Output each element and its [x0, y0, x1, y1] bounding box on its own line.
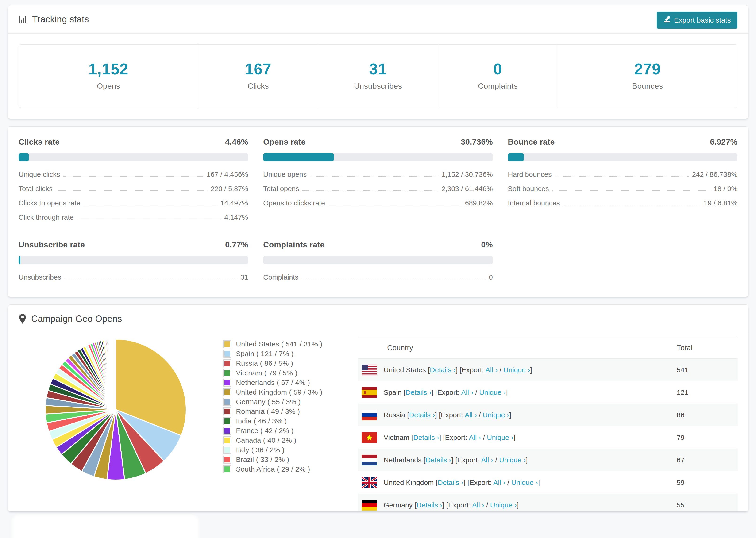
legend-label: Vietnam ( 79 / 5% )	[236, 369, 297, 377]
geo-pie-chart	[43, 337, 193, 483]
export-all-link[interactable]: All ›	[461, 389, 473, 396]
details-link[interactable]: Details ›	[409, 411, 435, 419]
export-unique-link[interactable]: Unique ›	[499, 456, 526, 464]
legend-item: France ( 42 / 2% )	[224, 426, 337, 435]
table-row-us: United States [Details ›] [Export: All ›…	[358, 359, 738, 381]
progress-bar-fill	[263, 153, 334, 161]
stat-opens: 1,152Opens	[19, 45, 198, 108]
legend-swatch	[224, 466, 231, 473]
country-name: Russia	[384, 411, 407, 419]
rate-row-label: Total opens	[263, 185, 299, 193]
rate-row-label: Soft bounces	[508, 185, 549, 193]
country-cell-content: United Kingdom [Details ›] [Export: All …	[358, 477, 676, 488]
total-cell: 55	[676, 494, 738, 512]
rate-head: Clicks rate4.46%	[19, 137, 248, 146]
legend-item: United Kingdom ( 59 / 3% )	[224, 387, 337, 397]
export-unique-link[interactable]: Unique ›	[503, 366, 530, 374]
legend-label: France ( 42 / 2% )	[236, 427, 294, 435]
export-all-link[interactable]: All ›	[481, 456, 493, 464]
rate-row: Hard bounces242 / 86.738%	[508, 170, 737, 178]
rate-row-value: 167 / 4.456%	[207, 170, 248, 178]
rate-rows: Unique opens1,152 / 30.736%Total opens2,…	[263, 170, 493, 207]
rates-grid: Clicks rate4.46%Unique clicks167 / 4.456…	[19, 137, 737, 281]
rate-row-label: Clicks to opens rate	[19, 199, 80, 207]
rate-head: Unsubscribe rate0.77%	[19, 240, 248, 249]
export-icon	[663, 16, 671, 25]
rate-row-label: Total clicks	[19, 185, 53, 193]
legend-swatch	[224, 447, 231, 454]
table-row-ru: Russia [Details ›] [Export: All › / Uniq…	[358, 404, 738, 426]
rate-name: Complaints rate	[263, 240, 324, 249]
country-name: Spain	[384, 389, 404, 396]
bar-chart-icon	[19, 15, 27, 24]
rate-head: Opens rate30.736%	[263, 137, 493, 146]
pie-slice-other[interactable]	[115, 339, 116, 409]
legend-label: Russia ( 86 / 5% )	[236, 359, 293, 367]
stats-summary-box: 1,152Opens167Clicks31Unsubscribes0Compla…	[19, 44, 737, 108]
dotted-leader	[310, 176, 438, 177]
legend-label: United Kingdom ( 59 / 3% )	[236, 388, 322, 396]
details-link[interactable]: Details ›	[430, 366, 456, 374]
legend-label: Netherlands ( 67 / 4% )	[236, 379, 310, 387]
legend-label: Brazil ( 33 / 2% )	[236, 456, 289, 463]
export-unique-link[interactable]: Unique ›	[487, 434, 513, 441]
export-unique-link[interactable]: Unique ›	[483, 411, 509, 419]
dotted-leader	[302, 279, 486, 279]
export-unique-link[interactable]: Unique ›	[479, 389, 506, 396]
legend-label: Italy ( 36 / 2% )	[236, 446, 285, 454]
rate-value: 0.77%	[225, 240, 248, 249]
export-basic-stats-button[interactable]: Export basic stats	[657, 12, 737, 28]
rate-value: 0%	[481, 240, 493, 249]
rate-row-label: Unique clicks	[19, 170, 60, 178]
legend-label: Germany ( 55 / 3% )	[236, 398, 301, 406]
export-all-link[interactable]: All ›	[472, 501, 484, 509]
details-link[interactable]: Details ›	[416, 501, 442, 509]
details-link[interactable]: Details ›	[413, 434, 439, 441]
stat-label: Opens	[19, 82, 198, 91]
country-cell: United Kingdom [Details ›] [Export: All …	[358, 471, 676, 494]
map-pin-icon	[19, 314, 27, 324]
details-link[interactable]: Details ›	[438, 479, 463, 486]
rate-row-label: Unsubscribes	[19, 273, 61, 281]
rate-row-label: Complaints	[263, 273, 298, 281]
details-link[interactable]: Details ›	[425, 456, 451, 464]
total-cell: 79	[676, 426, 738, 449]
rate-name: Unsubscribe rate	[19, 240, 85, 249]
stat-label: Clicks	[198, 82, 318, 91]
progress-bar	[19, 256, 248, 264]
table-row-vn: Vietnam [Details ›] [Export: All › / Uni…	[358, 426, 738, 449]
rate-row: Internal bounces19 / 6.81%	[508, 199, 737, 207]
rate-row-value: 31	[241, 273, 248, 281]
country-links: Netherlands [Details ›] [Export: All › /…	[384, 456, 528, 464]
export-all-link[interactable]: All ›	[469, 434, 481, 441]
country-links: Germany [Details ›] [Export: All › / Uni…	[384, 501, 519, 509]
details-link[interactable]: Details ›	[405, 389, 431, 396]
progress-bar	[508, 153, 737, 161]
geo-opens-card: Campaign Geo Opens United States ( 541 /…	[8, 304, 748, 511]
export-unique-link[interactable]: Unique ›	[512, 479, 538, 486]
export-all-link[interactable]: All ›	[465, 411, 477, 419]
table-row-nl: Netherlands [Details ›] [Export: All › /…	[358, 449, 738, 471]
country-cell: Spain [Details ›] [Export: All › / Uniqu…	[358, 381, 676, 404]
legend-swatch	[224, 398, 231, 405]
legend-item: Romania ( 49 / 3% )	[224, 406, 337, 416]
total-cell: 86	[676, 404, 738, 426]
legend-item: Germany ( 55 / 3% )	[224, 397, 337, 406]
rate-row-value: 1,152 / 30.736%	[441, 170, 493, 178]
country-links: Spain [Details ›] [Export: All › / Uniqu…	[384, 389, 508, 397]
export-all-link[interactable]: All ›	[493, 479, 506, 486]
legend-swatch	[224, 456, 231, 463]
country-cell: Germany [Details ›] [Export: All › / Uni…	[358, 494, 676, 512]
nl-flag-icon	[361, 455, 377, 465]
country-links: United States [Details ›] [Export: All ›…	[384, 366, 532, 374]
rate-row-value: 2,303 / 61.446%	[441, 185, 493, 193]
rate-head: Bounce rate6.927%	[508, 137, 737, 146]
export-unique-link[interactable]: Unique ›	[490, 501, 517, 509]
legend-label: Canada ( 40 / 2% )	[236, 436, 296, 444]
export-all-link[interactable]: All ›	[486, 366, 498, 374]
legend-swatch	[224, 389, 231, 396]
stat-label: Complaints	[438, 82, 558, 91]
country-cell-content: Germany [Details ›] [Export: All › / Uni…	[358, 500, 676, 511]
dotted-leader	[56, 190, 207, 191]
table-row-de: Germany [Details ›] [Export: All › / Uni…	[358, 494, 738, 512]
